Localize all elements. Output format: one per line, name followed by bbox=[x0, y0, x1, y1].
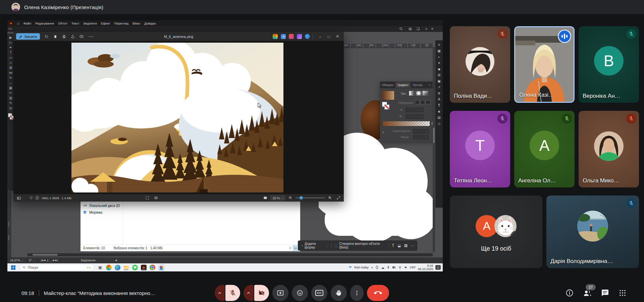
participant-tile-anhelina[interactable]: A Ангеліна Ол… bbox=[514, 111, 575, 187]
menu-effect[interactable]: Ефект bbox=[101, 21, 110, 25]
zoom-out-icon[interactable] bbox=[288, 196, 292, 200]
dock-gradient-icon[interactable]: ▦ bbox=[437, 49, 440, 53]
whatsapp-icon[interactable]: ☎ bbox=[132, 265, 138, 270]
copilot-icon[interactable] bbox=[273, 34, 278, 39]
artboard-navigation[interactable]: |◀ ◀ 1 ⌄ ▶ ▶| bbox=[38, 257, 61, 263]
dock-transparency-icon[interactable]: ◐ bbox=[438, 55, 440, 59]
menu-view[interactable]: Перегляд bbox=[114, 21, 128, 25]
dock-stroke-icon[interactable]: ◇ bbox=[438, 122, 440, 125]
dock-character-icon[interactable]: A bbox=[438, 97, 440, 101]
zoom-slider[interactable] bbox=[296, 198, 325, 198]
tool-direct-selection-icon[interactable]: ▷ bbox=[9, 41, 12, 44]
menu-window[interactable]: Вікно bbox=[132, 21, 140, 25]
file-explorer-icon[interactable] bbox=[123, 265, 129, 270]
document-tab-partial[interactable]: Не bbox=[8, 27, 12, 30]
tool-scale-icon[interactable]: ↔ bbox=[9, 81, 12, 85]
tool-mesh-icon[interactable]: ▦ bbox=[9, 86, 12, 90]
zoom-level-select[interactable]: 19 % ⌄ bbox=[270, 195, 285, 201]
fit-screen-icon[interactable] bbox=[145, 196, 149, 200]
clipchamp-icon[interactable] bbox=[289, 34, 294, 39]
chat-button[interactable] bbox=[601, 289, 609, 297]
gradient-swatch[interactable] bbox=[382, 91, 394, 100]
panel-collapse-icon[interactable]: » bbox=[429, 83, 430, 87]
horizontal-scrollbar[interactable] bbox=[28, 253, 433, 256]
radial-gradient-type-button[interactable] bbox=[416, 91, 422, 96]
weather-text[interactable]: Rain today bbox=[354, 266, 369, 269]
menu-edit[interactable]: Редагування bbox=[35, 21, 54, 25]
tool-zoom-icon[interactable]: ◎ bbox=[9, 106, 12, 110]
camera-off-button[interactable] bbox=[254, 285, 269, 301]
tab-gradient[interactable]: Градієнт bbox=[395, 82, 411, 88]
dock-export-icon[interactable]: ↗ bbox=[438, 85, 440, 89]
dock-properties-icon[interactable]: ≡ bbox=[438, 43, 440, 47]
stroke-swatch[interactable] bbox=[384, 104, 389, 110]
image-tool-button[interactable]: 🖽 bbox=[404, 244, 408, 248]
meeting-details-button[interactable] bbox=[566, 289, 574, 297]
more-options-button[interactable] bbox=[350, 285, 364, 301]
raise-hand-button[interactable] bbox=[331, 285, 347, 301]
tool-shape-icon[interactable]: ◇ bbox=[9, 61, 12, 64]
aspect-ratio-select[interactable]: ⌄ bbox=[406, 114, 424, 119]
photo-viewer-window[interactable]: Змінити ⋯ М_К_жовтень.png ✎ – □ ✕ bbox=[13, 32, 344, 202]
photos-app-icon[interactable] bbox=[158, 264, 165, 271]
zoom-in-icon[interactable] bbox=[328, 196, 332, 200]
shape-tool-button[interactable]: ⬓ bbox=[398, 244, 401, 248]
captions-button[interactable]: CC bbox=[311, 285, 327, 301]
dock-brushes-icon[interactable]: ▤ bbox=[437, 116, 440, 119]
dock-symbols-icon[interactable]: ◆ bbox=[438, 67, 440, 71]
rotate-icon[interactable] bbox=[45, 35, 49, 39]
status-expand-icon[interactable]: ▶ bbox=[116, 259, 117, 262]
activities-button[interactable] bbox=[619, 289, 627, 297]
dock-layers-icon[interactable]: ▣ bbox=[437, 79, 440, 83]
dock-align-icon[interactable]: ≣ bbox=[438, 91, 440, 95]
copilot-icon[interactable] bbox=[106, 265, 112, 270]
edge-icon[interactable] bbox=[115, 265, 120, 270]
search-icon[interactable] bbox=[399, 27, 403, 31]
panel-layout-icon[interactable]: ▤ bbox=[409, 27, 412, 31]
language-indicator[interactable]: УКР bbox=[410, 266, 416, 269]
linear-gradient-type-button[interactable] bbox=[409, 91, 415, 96]
menu-object[interactable]: Об'єкт bbox=[58, 21, 67, 25]
freeform-gradient-type-button[interactable] bbox=[422, 91, 428, 96]
illustrator-taskbar-icon[interactable]: Ai bbox=[141, 265, 147, 270]
ctx-more-button[interactable]: ⋯ bbox=[411, 244, 414, 248]
tool-graph-icon[interactable]: ▥ bbox=[9, 96, 12, 100]
horizontal-scrollbar-thumb[interactable] bbox=[33, 254, 58, 256]
leave-call-button[interactable] bbox=[367, 285, 389, 301]
tool-scissors-icon[interactable]: ✂ bbox=[9, 91, 12, 95]
home-icon[interactable]: ⌂ bbox=[17, 21, 19, 25]
hidden-icons-chevron[interactable]: ∧ bbox=[371, 266, 373, 269]
vertical-scrollbar-thumb[interactable] bbox=[433, 128, 435, 143]
dock-artboards-icon[interactable]: ⊞ bbox=[438, 73, 440, 77]
rotation-control[interactable]: 0°⌄ bbox=[26, 257, 38, 263]
onedrive-icon[interactable] bbox=[305, 34, 310, 39]
mic-tray-icon[interactable] bbox=[387, 266, 390, 269]
onedrive-tray-icon[interactable]: ☁ bbox=[381, 266, 384, 269]
gallery-icon[interactable] bbox=[297, 34, 302, 39]
tool-pencil-icon[interactable]: ✎ bbox=[9, 101, 12, 105]
explorer-nav-network[interactable]: Мережа bbox=[83, 210, 102, 214]
print-icon[interactable] bbox=[62, 35, 66, 39]
menu-type[interactable]: Текст bbox=[71, 21, 79, 25]
participant-tile-veronika[interactable]: B Вероніка Ан… bbox=[579, 26, 639, 103]
dock-paragraph-icon[interactable]: ¶ bbox=[438, 103, 440, 107]
stroke-option-button[interactable] bbox=[415, 100, 420, 104]
participant-tile-olha[interactable]: Ольга Мико… bbox=[579, 111, 639, 187]
create-vector-button[interactable]: Створити векторні об'єкти (Beta) bbox=[339, 242, 386, 249]
hdr-icon[interactable] bbox=[263, 196, 267, 200]
shared-screen-desktop[interactable]: Ai ⌂ Файл Редагування Об'єкт Текст Виділ… bbox=[7, 20, 443, 271]
participants-button[interactable]: 27 bbox=[583, 289, 592, 297]
notification-center-badge[interactable]: 2 bbox=[435, 265, 441, 270]
zoom-level-control[interactable]: 16,67%⌄ bbox=[7, 257, 26, 263]
tool-selection-icon[interactable]: ▶ bbox=[9, 36, 12, 39]
explorer-nav-drive[interactable]: Локальний диск (D bbox=[83, 204, 120, 208]
stroke-option-button[interactable] bbox=[420, 100, 425, 104]
menu-select[interactable]: Виділити bbox=[84, 21, 97, 25]
tool-pen-icon[interactable]: ✒ bbox=[9, 46, 12, 49]
text-tool-button[interactable]: T bbox=[392, 243, 394, 248]
add-shape-button[interactable]: Додати форму bbox=[305, 242, 326, 249]
delete-icon[interactable] bbox=[53, 35, 57, 39]
volume-icon[interactable] bbox=[404, 266, 408, 269]
list-view-icon[interactable]: ☰ bbox=[289, 247, 291, 250]
file-info-icon[interactable] bbox=[35, 196, 39, 200]
